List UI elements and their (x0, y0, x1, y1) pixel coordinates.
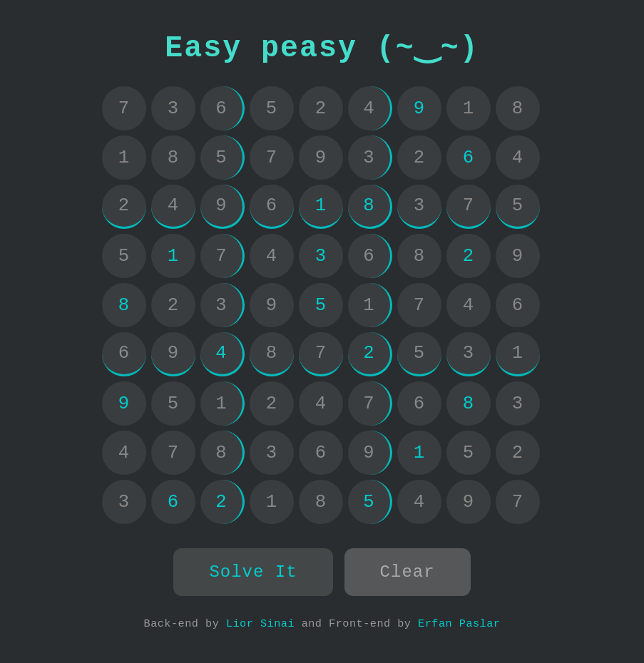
cell-r4-c1[interactable]: 2 (151, 283, 195, 327)
cell-r4-c7[interactable]: 4 (446, 283, 491, 327)
cell-r4-c5[interactable]: 1 (348, 283, 392, 327)
cell-r5-c4[interactable]: 7 (299, 332, 343, 376)
cell-r1-c1[interactable]: 8 (151, 135, 195, 180)
cell-r7-c8[interactable]: 2 (496, 431, 540, 475)
cell-r6-c2[interactable]: 1 (200, 381, 245, 426)
cell-r1-c6[interactable]: 2 (397, 135, 441, 180)
cell-r8-c2[interactable]: 2 (200, 480, 245, 524)
cell-r5-c3[interactable]: 8 (250, 332, 294, 376)
cell-r1-c0[interactable]: 1 (102, 135, 146, 180)
cell-r7-c5[interactable]: 9 (348, 431, 392, 475)
cell-r4-c3[interactable]: 9 (250, 283, 294, 327)
cell-r4-c6[interactable]: 7 (397, 283, 441, 327)
backend-author: Lior Sinai (226, 617, 295, 630)
cell-r2-c3[interactable]: 6 (250, 185, 294, 229)
footer-prefix: Back-end by (144, 617, 226, 630)
sudoku-grid-container: 7365249181857932642496183755174368298239… (102, 86, 543, 527)
cell-r6-c7[interactable]: 8 (446, 381, 491, 426)
cell-r5-c1[interactable]: 9 (151, 332, 195, 376)
cell-r5-c6[interactable]: 5 (397, 332, 441, 376)
cell-r1-c5[interactable]: 3 (348, 135, 392, 180)
cell-r2-c0[interactable]: 2 (102, 185, 146, 229)
cell-r1-c3[interactable]: 7 (250, 135, 294, 180)
cell-r2-c4[interactable]: 1 (299, 185, 343, 229)
solve-button[interactable]: Solve It (173, 548, 332, 596)
cell-r3-c8[interactable]: 9 (496, 234, 540, 278)
footer: Back-end by Lior Sinai and Front-end by … (144, 617, 501, 630)
cell-r8-c7[interactable]: 9 (446, 480, 491, 524)
cell-r6-c6[interactable]: 6 (397, 381, 441, 426)
cell-r8-c0[interactable]: 3 (102, 480, 146, 524)
cell-r3-c4[interactable]: 3 (299, 234, 343, 278)
clear-button[interactable]: Clear (344, 548, 471, 596)
cell-r0-c4[interactable]: 2 (299, 86, 343, 130)
cell-r0-c7[interactable]: 1 (446, 86, 491, 130)
cell-r8-c5[interactable]: 5 (348, 480, 392, 524)
cell-r5-c7[interactable]: 3 (446, 332, 491, 376)
cell-r3-c0[interactable]: 5 (102, 234, 146, 278)
cell-r6-c3[interactable]: 2 (250, 381, 294, 426)
cell-r1-c7[interactable]: 6 (446, 135, 491, 180)
cell-r3-c7[interactable]: 2 (446, 234, 491, 278)
cell-r7-c4[interactable]: 6 (299, 431, 343, 475)
cell-r6-c4[interactable]: 4 (299, 381, 343, 426)
cell-r3-c5[interactable]: 6 (348, 234, 392, 278)
cell-r3-c3[interactable]: 4 (250, 234, 294, 278)
cell-r2-c2[interactable]: 9 (200, 185, 245, 229)
cell-r5-c8[interactable]: 1 (496, 332, 540, 376)
cell-r7-c1[interactable]: 7 (151, 431, 195, 475)
cell-r8-c3[interactable]: 1 (250, 480, 294, 524)
cell-r7-c6[interactable]: 1 (397, 431, 441, 475)
cell-r5-c5[interactable]: 2 (348, 332, 392, 376)
footer-middle: and Front-end by (295, 617, 418, 630)
cell-r8-c1[interactable]: 6 (151, 480, 195, 524)
cell-r4-c2[interactable]: 3 (200, 283, 245, 327)
cell-r7-c2[interactable]: 8 (200, 431, 245, 475)
cell-r8-c4[interactable]: 8 (299, 480, 343, 524)
cell-r1-c8[interactable]: 4 (496, 135, 540, 180)
cell-r5-c2[interactable]: 4 (200, 332, 245, 376)
cell-r6-c8[interactable]: 3 (496, 381, 540, 426)
cell-r0-c8[interactable]: 8 (496, 86, 540, 130)
cell-r8-c6[interactable]: 4 (397, 480, 441, 524)
cell-r2-c8[interactable]: 5 (496, 185, 540, 229)
cell-r7-c3[interactable]: 3 (250, 431, 294, 475)
cell-r2-c7[interactable]: 7 (446, 185, 491, 229)
cell-r6-c1[interactable]: 5 (151, 381, 195, 426)
cell-r4-c8[interactable]: 6 (496, 283, 540, 327)
sudoku-table: 7365249181857932642496183755174368298239… (102, 86, 543, 527)
cell-r4-c0[interactable]: 8 (102, 283, 146, 327)
cell-r0-c2[interactable]: 6 (200, 86, 245, 130)
cell-r0-c3[interactable]: 5 (250, 86, 294, 130)
cell-r6-c5[interactable]: 7 (348, 381, 392, 426)
cell-r2-c5[interactable]: 8 (348, 185, 392, 229)
action-buttons: Solve It Clear (173, 548, 470, 596)
cell-r1-c2[interactable]: 5 (200, 135, 245, 180)
cell-r7-c7[interactable]: 5 (446, 431, 491, 475)
cell-r8-c8[interactable]: 7 (496, 480, 540, 524)
cell-r5-c0[interactable]: 6 (102, 332, 146, 376)
cell-r3-c1[interactable]: 1 (151, 234, 195, 278)
frontend-author: Erfan Paslar (418, 617, 500, 630)
cell-r2-c1[interactable]: 4 (151, 185, 195, 229)
cell-r2-c6[interactable]: 3 (397, 185, 441, 229)
cell-r3-c2[interactable]: 7 (200, 234, 245, 278)
cell-r0-c6[interactable]: 9 (397, 86, 441, 130)
cell-r0-c5[interactable]: 4 (348, 86, 392, 130)
cell-r7-c0[interactable]: 4 (102, 431, 146, 475)
page-title: Easy peasy (~‿~) (165, 29, 479, 65)
cell-r0-c0[interactable]: 7 (102, 86, 146, 130)
cell-r3-c6[interactable]: 8 (397, 234, 441, 278)
cell-r6-c0[interactable]: 9 (102, 381, 146, 426)
cell-r1-c4[interactable]: 9 (299, 135, 343, 180)
cell-r4-c4[interactable]: 5 (299, 283, 343, 327)
cell-r0-c1[interactable]: 3 (151, 86, 195, 130)
